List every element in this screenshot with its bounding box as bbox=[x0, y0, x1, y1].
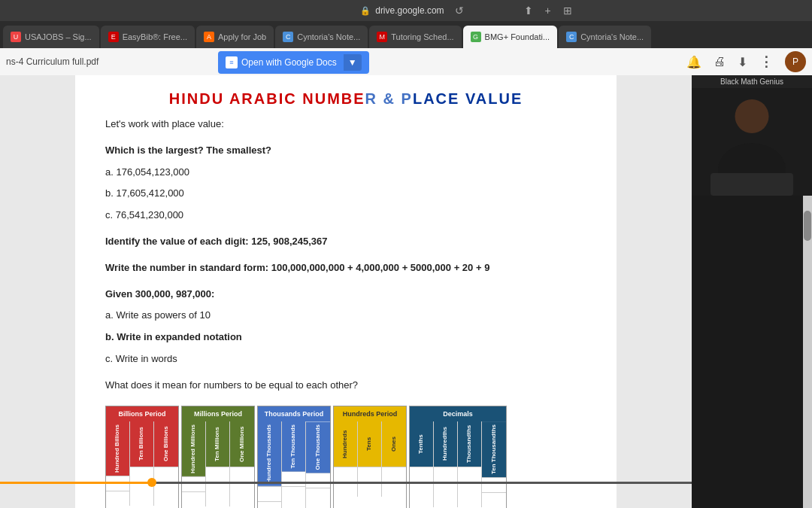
one-thousands-cell bbox=[306, 473, 330, 488]
hundredths-col: Hundredths bbox=[434, 421, 458, 507]
decimals-cols: Tenths Hundredths Thousandths bbox=[410, 421, 506, 507]
document-body: Let's work with place value: Which is th… bbox=[105, 117, 586, 508]
document-page: HINDU ARABIC NUMBE R & P LACE VALUE Let'… bbox=[75, 75, 617, 508]
doc-title-blue: LACE VALUE bbox=[413, 90, 523, 108]
tab-tutoring[interactable]: M Tutoring Sched... bbox=[369, 26, 461, 48]
ones-col: Ones bbox=[382, 421, 406, 497]
tab-label-cyntoria2: Cyntoria's Note... bbox=[580, 32, 644, 41]
person-shoulder bbox=[710, 173, 793, 196]
hundreds-col: Hundreds bbox=[334, 421, 358, 497]
hundredths-cell bbox=[434, 467, 457, 482]
browser-titlebar: 🔒 drive.google.com ↺ ⬆ + ⊞ bbox=[0, 0, 812, 21]
question-1: Which is the largest? The smallest? a. 1… bbox=[105, 143, 586, 224]
one-millions-col: One Millions bbox=[230, 421, 254, 506]
hundred-thousands-col: Hundred Thousands bbox=[258, 421, 282, 508]
progress-bar-fill bbox=[0, 482, 152, 484]
tenths-cell bbox=[410, 467, 433, 482]
tab-easybib[interactable]: E EasyBib®: Free... bbox=[101, 26, 195, 48]
more-options-icon[interactable]: ⋮ bbox=[759, 53, 773, 70]
one-thousands-cell2 bbox=[306, 488, 330, 503]
open-with-google-docs-button[interactable]: ≡ Open with Google Docs ▼ bbox=[218, 51, 369, 74]
q4-c: c. Write in words bbox=[105, 351, 586, 367]
one-billions-col: One Billions bbox=[154, 421, 178, 506]
avatar[interactable]: P bbox=[785, 51, 806, 72]
ten-thousands-col: Ten Thousands bbox=[282, 421, 306, 508]
doc-title-divider: R & P bbox=[365, 90, 413, 108]
tab-label-apply: Apply for Job bbox=[218, 32, 266, 41]
thousandths-cell bbox=[458, 467, 481, 482]
ten-thousandths-col: Ten Thousandths bbox=[482, 421, 506, 507]
scrollbar[interactable] bbox=[803, 196, 812, 508]
hundred-millions-col: Hundred Millions bbox=[182, 421, 206, 506]
tab-label-usajobs: USAJOBS – Sig... bbox=[25, 32, 92, 41]
tab-label-cyntoria1: Cyntoria's Note... bbox=[297, 32, 360, 41]
download-icon[interactable]: ⬇ bbox=[738, 55, 747, 69]
thousandths-label: Thousandths bbox=[458, 421, 481, 467]
intro-text: Let's work with place value: bbox=[105, 117, 586, 132]
sidebar: Black Math Genius bbox=[692, 75, 812, 508]
progress-bar-container bbox=[0, 482, 692, 484]
grid-icon[interactable]: ⊞ bbox=[563, 5, 572, 17]
tab-usajobs[interactable]: U USAJOBS – Sig... bbox=[3, 26, 99, 48]
hundreds-cell bbox=[334, 467, 357, 482]
google-docs-icon: ≡ bbox=[226, 56, 238, 68]
q2-label: Identify the value of each digit: 125, 9… bbox=[105, 234, 586, 250]
tenths-col: Tenths bbox=[410, 421, 434, 507]
scrollbar-thumb[interactable] bbox=[804, 211, 811, 241]
browser-tabs: U USAJOBS – Sig... E EasyBib®: Free... A… bbox=[0, 21, 812, 48]
person-silhouette-container bbox=[692, 88, 812, 196]
browser-toolbar: ns-4 Curriculum full.pdf ≡ Open with Goo… bbox=[0, 48, 812, 75]
tens-cell bbox=[358, 467, 381, 482]
thousandths-col: Thousandths bbox=[458, 421, 482, 507]
tab-favicon-cyntoria2: C bbox=[566, 32, 577, 42]
reload-icon[interactable]: ↺ bbox=[455, 5, 464, 17]
millions-period: Millions Period Hundred Millions Ten Mil… bbox=[181, 406, 255, 508]
webcam-video bbox=[692, 88, 812, 196]
print-icon[interactable]: 🖨 bbox=[714, 55, 726, 68]
hundred-billions-cell2 bbox=[106, 491, 129, 506]
hundred-millions-label: Hundred Millions bbox=[182, 421, 205, 476]
hundreds-label: Hundreds bbox=[334, 421, 357, 467]
url-display: drive.google.com bbox=[375, 5, 444, 16]
webcam-label: Black Math Genius bbox=[692, 75, 812, 88]
tab-cyntoria1[interactable]: C Cyntoria's Note... bbox=[275, 26, 368, 48]
ten-thousandths-label: Ten Thousandths bbox=[482, 421, 506, 477]
ten-thousands-label: Ten Thousands bbox=[282, 421, 305, 472]
hundreds-header: Hundreds Period bbox=[334, 406, 406, 421]
q1-c: c. 76,541,230,000 bbox=[105, 208, 586, 224]
one-thousands-col: One Thousands bbox=[306, 421, 330, 508]
tens-col: Tens bbox=[358, 421, 382, 497]
question-5: What does it mean for numbers to be equa… bbox=[105, 378, 586, 394]
share-icon[interactable]: ⬆ bbox=[524, 5, 533, 17]
open-with-dropdown-icon[interactable]: ▼ bbox=[344, 54, 362, 71]
tab-label-bmg: BMG+ Foundati... bbox=[485, 32, 550, 41]
q4-label: Given 300,000, 987,000: bbox=[105, 287, 586, 303]
tab-label-tutoring: Tutoring Sched... bbox=[391, 32, 453, 41]
q1-label: Which is the largest? The smallest? bbox=[105, 143, 586, 159]
hundred-thousands-label: Hundred Thousands bbox=[258, 421, 281, 486]
billions-cols: Hundred Billions Ten Billions One Billio bbox=[106, 421, 178, 506]
q4-b: b. Write in expanded notation bbox=[105, 330, 586, 345]
hundreds-period: Hundreds Period Hundreds Tens bbox=[333, 406, 407, 508]
question-3: Write the number in standard form: 100,0… bbox=[105, 260, 586, 276]
tab-bmg[interactable]: G BMG+ Foundati... bbox=[463, 26, 558, 48]
tab-apply[interactable]: A Apply for Job bbox=[196, 26, 274, 48]
tab-cyntoria2[interactable]: C Cyntoria's Note... bbox=[559, 26, 651, 48]
tenths-label: Tenths bbox=[410, 421, 433, 467]
document-viewer: HINDU ARABIC NUMBE R & P LACE VALUE Let'… bbox=[0, 75, 692, 508]
tens-label: Tens bbox=[358, 421, 381, 467]
address-bar[interactable]: 🔒 drive.google.com ↺ bbox=[360, 5, 463, 17]
tab-favicon-tutoring: M bbox=[377, 32, 387, 42]
thousands-period: Thousands Period Hundred Thousands Ten T… bbox=[257, 406, 331, 508]
one-billions-label: One Billions bbox=[154, 421, 178, 467]
browser-chrome: 🔒 drive.google.com ↺ ⬆ + ⊞ U USAJOBS – S… bbox=[0, 0, 812, 75]
notifications-icon[interactable]: 🔔 bbox=[686, 55, 701, 69]
millions-cols: Hundred Millions Ten Millions One Millio bbox=[182, 421, 254, 506]
new-tab-button[interactable]: + bbox=[545, 5, 551, 17]
tab-favicon-usajobs: U bbox=[11, 32, 21, 42]
one-thousands-label: One Thousands bbox=[306, 421, 330, 473]
progress-dot[interactable] bbox=[147, 478, 156, 487]
hundred-billions-col: Hundred Billions bbox=[106, 421, 130, 506]
q5-label: What does it mean for numbers to be equa… bbox=[105, 378, 586, 394]
question-4: Given 300,000, 987,000: a. Write as powe… bbox=[105, 287, 586, 367]
